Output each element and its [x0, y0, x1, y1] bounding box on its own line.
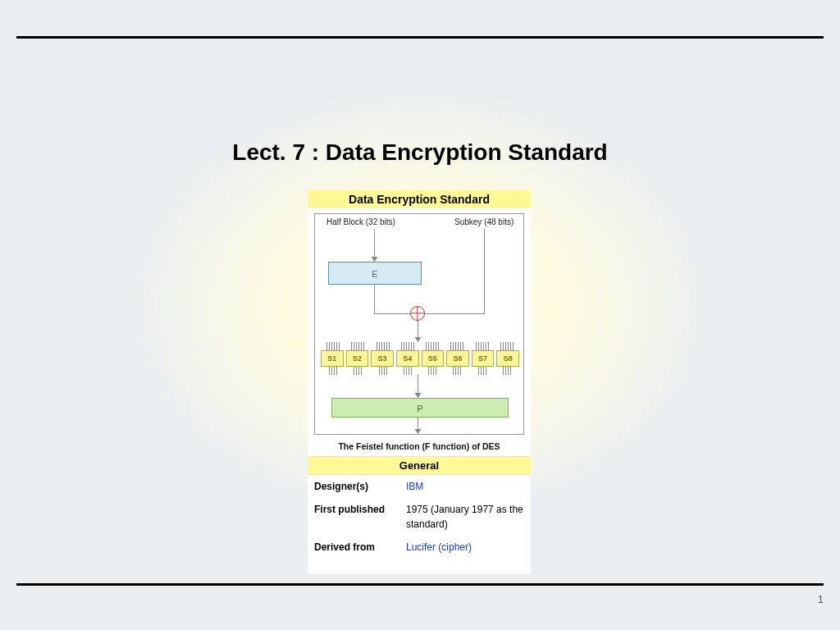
row-value: Lucifer (cipher) — [399, 536, 531, 559]
infobox-table: Designer(s)IBMFirst published1975 (Janua… — [308, 475, 531, 559]
diagram-line — [425, 313, 485, 314]
table-row: Designer(s)IBM — [308, 475, 531, 498]
row-key: Designer(s) — [308, 475, 399, 498]
subkey-label: Subkey (48 bits) — [454, 217, 514, 226]
top-horizontal-rule — [16, 36, 824, 39]
row-key: Derived from — [308, 536, 399, 559]
slide-title: Lect. 7 : Data Encryption Standard — [0, 139, 840, 166]
half-block-label: Half Block (32 bits) — [326, 217, 395, 226]
sbox-input-ticks — [321, 342, 519, 350]
permutation-box: P — [331, 398, 509, 418]
sbox-row: S1S2S3S4S5S6S7S8 — [321, 350, 519, 367]
diagram-line — [374, 313, 410, 314]
row-value: 1975 (January 1977 as the standard) — [399, 498, 531, 536]
sbox-5: S5 — [422, 350, 445, 367]
diagram-line — [484, 229, 485, 313]
infobox-link[interactable]: IBM — [406, 481, 423, 492]
infobox-title: Data Encryption Standard — [308, 190, 531, 208]
expansion-box: E — [328, 262, 422, 285]
sbox-6: S6 — [446, 350, 469, 367]
sbox-7: S7 — [472, 350, 495, 367]
table-row: First published1975 (January 1977 as the… — [308, 498, 531, 536]
xor-icon — [410, 306, 425, 321]
general-section-header: General — [308, 456, 531, 475]
diagram-caption: The Feistel function (F function) of DES — [308, 441, 531, 451]
sbox-4: S4 — [396, 350, 419, 367]
page-number: 1 — [818, 593, 824, 605]
des-infobox: Data Encryption Standard Half Block (32 … — [308, 190, 531, 574]
sbox-8: S8 — [496, 350, 519, 367]
row-key: First published — [308, 498, 399, 536]
arrow-down-icon — [415, 429, 422, 434]
row-value: IBM — [399, 475, 531, 498]
feistel-diagram: Half Block (32 bits) Subkey (48 bits) E … — [314, 213, 524, 435]
infobox-table-body: Designer(s)IBMFirst published1975 (Janua… — [308, 475, 531, 559]
sbox-2: S2 — [346, 350, 369, 367]
sbox-output-ticks — [321, 367, 519, 375]
sbox-3: S3 — [371, 350, 394, 367]
table-row: Derived fromLucifer (cipher) — [308, 536, 531, 559]
diagram-line — [374, 285, 375, 313]
sbox-1: S1 — [321, 350, 344, 367]
bottom-horizontal-rule — [16, 583, 824, 586]
infobox-link[interactable]: Lucifer (cipher) — [406, 541, 472, 553]
